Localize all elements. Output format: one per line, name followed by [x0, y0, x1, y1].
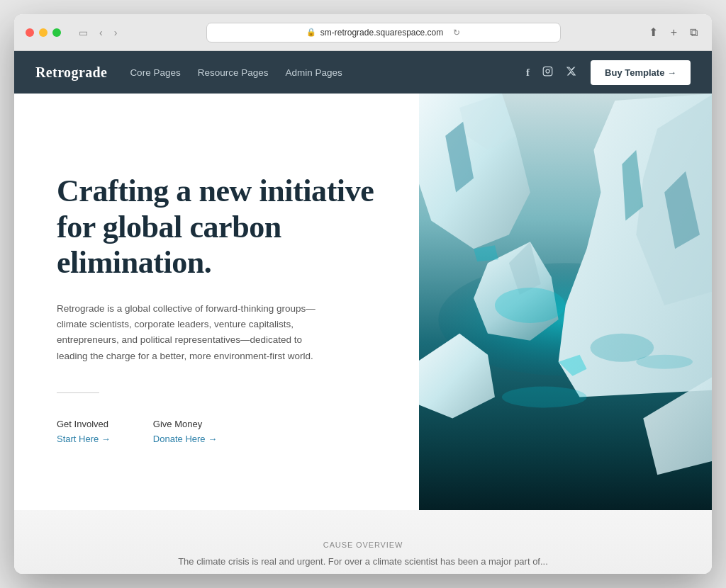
nav-core-pages[interactable]: Core Pages: [130, 67, 180, 78]
buy-template-button[interactable]: Buy Template →: [591, 60, 691, 85]
nav-social: f: [526, 66, 576, 79]
back-button[interactable]: ‹: [96, 25, 106, 40]
cause-overview-label: Cause Overview: [323, 541, 403, 549]
lock-icon: 🔒: [306, 28, 316, 37]
cause-teaser: The climate crisis is real and urgent. F…: [178, 556, 548, 567]
donate-here-link[interactable]: Donate Here →: [153, 434, 217, 444]
cta-give-money: Give Money Donate Here →: [153, 419, 217, 444]
url-text: sm-retrograde.squarespace.com: [320, 28, 443, 38]
svg-point-16: [502, 387, 587, 408]
site-logo[interactable]: Retrograde: [35, 64, 107, 81]
new-tab-button[interactable]: +: [668, 23, 680, 42]
website: Retrograde Core Pages Resource Pages Adm…: [14, 51, 712, 574]
twitter-icon[interactable]: [566, 66, 576, 79]
hero-ctas: Get Involved Start Here → Give Money Don…: [57, 419, 384, 444]
start-here-link[interactable]: Start Here →: [57, 434, 111, 444]
hero-content: Crafting a new initiative for global car…: [14, 94, 419, 510]
traffic-lights: [26, 28, 61, 37]
hero-divider: [57, 392, 99, 393]
svg-point-1: [546, 69, 549, 73]
browser-window: ▭ ‹ › 🔒 sm-retrograde.squarespace.com ↻ …: [14, 14, 712, 574]
nav-admin-pages[interactable]: Admin Pages: [285, 67, 342, 78]
svg-point-21: [590, 334, 654, 362]
hero-title: Crafting a new initiative for global car…: [57, 174, 384, 281]
share-button[interactable]: ⬆: [646, 23, 661, 42]
instagram-icon[interactable]: [542, 66, 553, 79]
fullscreen-button[interactable]: [52, 28, 61, 37]
window-button[interactable]: ⧉: [687, 23, 700, 42]
cta-get-involved: Get Involved Start Here →: [57, 419, 111, 444]
hero-image: [419, 94, 712, 510]
browser-controls: ▭ ‹ ›: [75, 25, 121, 40]
nav-resource-pages[interactable]: Resource Pages: [198, 67, 269, 78]
give-money-label: Give Money: [153, 419, 217, 429]
iceberg-scene: [419, 94, 712, 510]
minimize-button[interactable]: [39, 28, 48, 37]
browser-actions: ⬆ + ⧉: [646, 23, 700, 42]
svg-point-2: [549, 68, 550, 69]
address-bar[interactable]: 🔒 sm-retrograde.squarespace.com ↻: [206, 23, 561, 43]
get-involved-label: Get Involved: [57, 419, 111, 429]
svg-rect-0: [543, 67, 552, 76]
browser-chrome: ▭ ‹ › 🔒 sm-retrograde.squarespace.com ↻ …: [14, 14, 712, 51]
below-fold-section: Cause Overview The climate crisis is rea…: [14, 510, 712, 574]
close-button[interactable]: [26, 28, 34, 37]
nav-links: Core Pages Resource Pages Admin Pages: [130, 67, 526, 78]
sidebar-toggle[interactable]: ▭: [75, 25, 91, 40]
reload-icon[interactable]: ↻: [453, 28, 460, 38]
svg-point-20: [495, 288, 566, 323]
forward-button[interactable]: ›: [111, 25, 121, 40]
site-nav: Retrograde Core Pages Resource Pages Adm…: [14, 51, 712, 94]
hero-description: Retrograde is a global collective of for…: [57, 301, 326, 364]
hero-section: Crafting a new initiative for global car…: [14, 94, 712, 510]
facebook-icon[interactable]: f: [526, 67, 530, 79]
